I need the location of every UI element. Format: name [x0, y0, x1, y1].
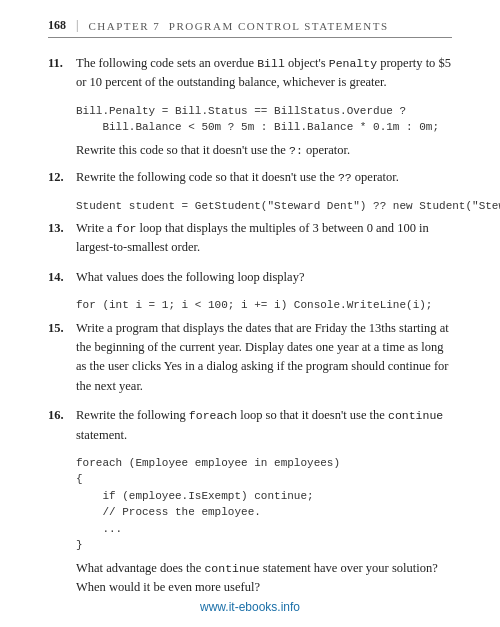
page-number: 168 [48, 18, 66, 33]
question-13: 13. Write a for loop that displays the m… [48, 219, 452, 258]
q16-followup: What advantage does the continue stateme… [76, 559, 452, 598]
q15-text: Write a program that displays the dates … [76, 319, 452, 397]
q12-number: 12. [48, 168, 76, 187]
page-footer: www.it-ebooks.info [0, 599, 500, 615]
q14-number: 14. [48, 268, 76, 287]
q11-text: The following code sets an overdue Bill … [76, 54, 452, 93]
question-16: 16. Rewrite the following foreach loop s… [48, 406, 452, 445]
question-11: 11. The following code sets an overdue B… [48, 54, 452, 93]
q12-text: Rewrite the following code so that it do… [76, 168, 452, 187]
q15-number: 15. [48, 319, 76, 338]
question-12: 12. Rewrite the following code so that i… [48, 168, 452, 187]
q14-code: for (int i = 1; i < 100; i += i) Console… [76, 297, 452, 314]
page: 168 | CHAPTER 7 PROGRAM CONTROL STATEMEN… [0, 0, 500, 627]
q12-code: Student student = GetStudent("Steward De… [76, 198, 452, 215]
q11-followup: Rewrite this code so that it doesn't use… [76, 141, 452, 160]
question-15: 15. Write a program that displays the da… [48, 319, 452, 397]
footer-link[interactable]: www.it-ebooks.info [200, 600, 300, 614]
header-divider: | [76, 18, 78, 33]
q13-text: Write a for loop that displays the multi… [76, 219, 452, 258]
q13-number: 13. [48, 219, 76, 238]
content-area: 11. The following code sets an overdue B… [48, 54, 452, 598]
page-header: 168 | CHAPTER 7 PROGRAM CONTROL STATEMEN… [48, 18, 452, 38]
q16-text: Rewrite the following foreach loop so th… [76, 406, 452, 445]
q11-code: Bill.Penalty = Bill.Status == BillStatus… [76, 103, 452, 136]
header-chapter: CHAPTER 7 PROGRAM CONTROL STATEMENTS [88, 20, 388, 32]
q16-number: 16. [48, 406, 76, 425]
q16-code: foreach (Employee employee in employees)… [76, 455, 452, 554]
q11-number: 11. [48, 54, 76, 73]
q14-text: What values does the following loop disp… [76, 268, 452, 287]
question-14: 14. What values does the following loop … [48, 268, 452, 287]
